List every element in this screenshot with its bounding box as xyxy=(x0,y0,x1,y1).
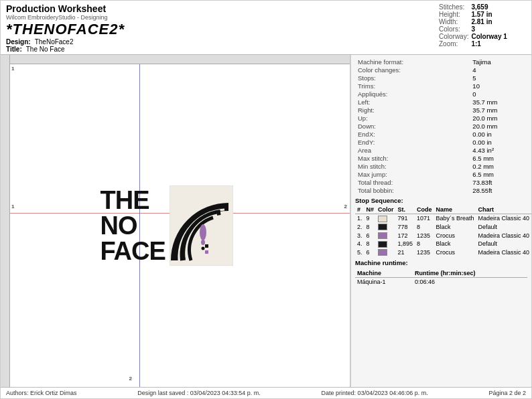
down-value: 20.0 mm xyxy=(470,122,527,130)
left-label: Left: xyxy=(355,98,470,106)
stop-code: 1071 xyxy=(415,214,434,223)
col-name: Name xyxy=(434,206,476,214)
runtime-row-1: Máquina-1 0:06:46 xyxy=(355,278,527,287)
title-value: The No Face xyxy=(26,46,65,53)
colors-label: Colors: xyxy=(439,25,471,33)
area-label: Area xyxy=(355,146,470,154)
svg-point-1 xyxy=(200,224,206,240)
header: Production Worksheet Wilcom EmbroiderySt… xyxy=(1,1,531,55)
stop-code: 1235 xyxy=(415,248,434,257)
ruler-vertical xyxy=(1,55,10,387)
stop-name: Crocus xyxy=(434,248,476,257)
canvas-num-2-right: 2 xyxy=(344,204,347,210)
stop-row-3: 3. 6 172 1235 Crocus Madeira Classic 40 xyxy=(355,231,531,240)
max-jump-value: 6.5 mm xyxy=(470,170,527,178)
svg-point-3 xyxy=(201,247,204,250)
stop-color-swatch xyxy=(376,223,396,232)
canvas-num-1-left: 1 xyxy=(11,204,14,210)
up-label: Up: xyxy=(355,114,470,122)
machine-format-value: Tajima xyxy=(470,58,527,66)
ruler-v-ticks xyxy=(1,64,10,387)
endx-value: 0.00 in xyxy=(470,130,527,138)
stop-name: Black xyxy=(434,240,476,248)
canvas-inner: 1 1 2 2 THE NO FACE xyxy=(10,64,350,387)
header-left: Production Worksheet Wilcom EmbroiderySt… xyxy=(6,3,125,53)
title-row: Title: The No Face xyxy=(6,46,125,53)
endy-label: EndY: xyxy=(355,138,470,146)
total-thread-value: 73.83ft xyxy=(470,178,527,186)
stop-row-4: 4. 8 1,895 8 Black Default xyxy=(355,240,531,248)
runtime-table: Machine Runtime (hr:min:sec) Máquina-1 0… xyxy=(355,269,527,286)
design-artwork: THE NO FACE xyxy=(100,185,232,266)
right-label: Right: xyxy=(355,106,470,114)
trims-value: 10 xyxy=(470,82,527,90)
stop-color-swatch xyxy=(376,231,396,240)
canvas-num-2-bottom: 2 xyxy=(129,376,131,382)
runtime-machine-header: Machine xyxy=(355,269,413,278)
design-name-display: *THENOFACE2* xyxy=(6,21,125,38)
col-num: # xyxy=(355,206,364,214)
footer-authors: Authors: Erick Ortiz Dimas xyxy=(6,390,77,396)
footer: Authors: Erick Ortiz Dimas Design last s… xyxy=(1,387,531,398)
col-chart: Chart xyxy=(476,206,531,214)
trims-label: Trims: xyxy=(355,82,470,90)
canvas-area: 1 1 2 2 THE NO FACE xyxy=(1,55,350,387)
runtime-time: 0:06:46 xyxy=(413,278,527,287)
stop-row-5: 5. 6 21 1235 Crocus Madeira Classic 40 xyxy=(355,248,531,257)
min-stitch-label: Min stitch: xyxy=(355,162,470,170)
col-nf: N# xyxy=(364,206,377,214)
stop-nf: 8 xyxy=(364,240,377,248)
width-value: 2.81 in xyxy=(471,18,509,25)
stop-chart: Default xyxy=(476,240,531,248)
text-face: FACE xyxy=(100,238,165,264)
footer-page: Página 2 de 2 xyxy=(488,390,526,396)
footer-printed: Date printed: 03/04/2023 04:46:06 p. m. xyxy=(322,390,428,396)
appliques-label: Appliqués: xyxy=(355,90,470,98)
stop-chart: Madeira Classic 40 xyxy=(476,214,531,223)
max-stitch-label: Max stitch: xyxy=(355,154,470,162)
min-stitch-value: 0.2 mm xyxy=(470,162,527,170)
ruler-h-ticks xyxy=(10,55,350,64)
stop-st: 791 xyxy=(396,214,415,223)
stop-st: 778 xyxy=(396,223,415,232)
stitches-value: 3,659 xyxy=(471,3,509,11)
area-value: 4.43 in² xyxy=(470,146,527,154)
endx-label: EndX: xyxy=(355,130,470,138)
stitches-label: Stitches: xyxy=(439,3,471,11)
stop-color-swatch xyxy=(376,240,396,248)
col-code: Code xyxy=(415,206,434,214)
stop-st: 21 xyxy=(396,248,415,257)
stop-num: 3. xyxy=(355,231,364,240)
colors-value: 3 xyxy=(471,25,509,33)
text-no: NO xyxy=(100,213,137,238)
main-content: 1 1 2 2 THE NO FACE xyxy=(1,55,531,387)
stop-nf: 6 xyxy=(364,231,377,240)
svg-rect-5 xyxy=(205,250,208,254)
total-bobbin-label: Total bobbin: xyxy=(355,186,470,194)
page: Production Worksheet Wilcom EmbroiderySt… xyxy=(0,0,532,399)
col-color: Color xyxy=(376,206,396,214)
stop-num: 5. xyxy=(355,248,364,257)
stops-value: 5 xyxy=(470,74,527,82)
stop-chart: Madeira Classic 40 xyxy=(476,248,531,257)
color-changes-label: Color changes: xyxy=(355,66,470,74)
stop-name: Black xyxy=(434,223,476,232)
runtime-time-header: Runtime (hr:min:sec) xyxy=(413,269,527,278)
colorway-label: Colorway: xyxy=(439,33,471,40)
height-label: Height: xyxy=(439,11,471,18)
down-label: Down: xyxy=(355,122,470,130)
stops-table: # N# Color St. Code Name Chart 1. 9 791 … xyxy=(355,206,531,256)
logo-svg xyxy=(170,185,233,266)
zoom-value: 1:1 xyxy=(471,40,509,48)
footer-saved: Design last saved : 03/04/2023 04:33:54 … xyxy=(137,390,261,396)
text-the: THE xyxy=(100,187,149,213)
svg-rect-4 xyxy=(205,244,208,248)
up-value: 20.0 mm xyxy=(470,114,527,122)
stop-chart: Default xyxy=(476,223,531,232)
canvas-num-1-top: 1 xyxy=(11,66,14,72)
color-changes-value: 4 xyxy=(470,66,527,74)
runtime-machine: Máquina-1 xyxy=(355,278,413,287)
stop-nf: 6 xyxy=(364,248,377,257)
design-row: Design: TheNoFace2 xyxy=(6,38,125,46)
zoom-label: Zoom: xyxy=(439,40,471,48)
